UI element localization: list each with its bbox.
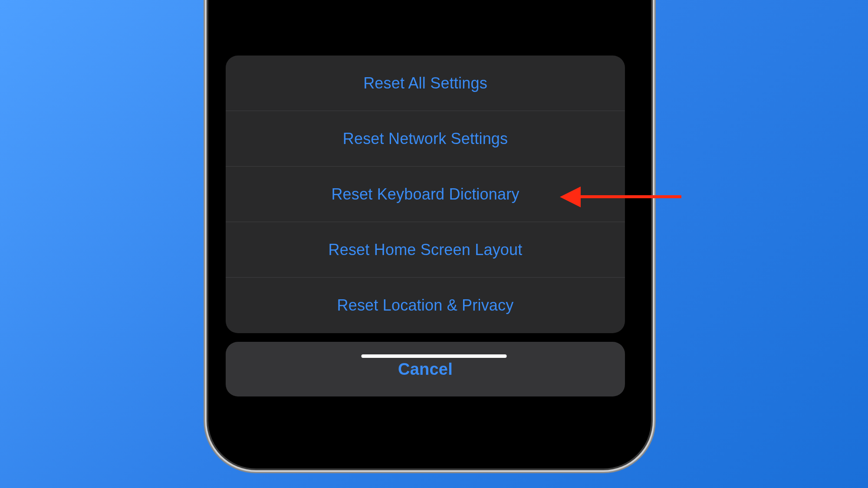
action-sheet-options-group: Reset All Settings Reset Network Setting… — [226, 56, 625, 333]
reset-network-settings-button[interactable]: Reset Network Settings — [226, 111, 625, 167]
option-label: Reset Location & Privacy — [337, 296, 514, 314]
reset-keyboard-dictionary-button[interactable]: Reset Keyboard Dictionary — [226, 167, 625, 222]
home-indicator[interactable] — [362, 354, 507, 358]
option-label: Reset Home Screen Layout — [328, 241, 522, 259]
cancel-button[interactable]: Cancel — [226, 342, 625, 396]
option-label: Reset Network Settings — [343, 130, 508, 148]
reset-location-privacy-button[interactable]: Reset Location & Privacy — [226, 278, 625, 333]
reset-all-settings-button[interactable]: Reset All Settings — [226, 56, 625, 111]
reset-action-sheet: Reset All Settings Reset Network Setting… — [226, 56, 625, 396]
option-label: Reset Keyboard Dictionary — [331, 185, 519, 203]
option-label: Reset All Settings — [363, 74, 487, 92]
cancel-label: Cancel — [398, 360, 453, 379]
reset-home-screen-layout-button[interactable]: Reset Home Screen Layout — [226, 222, 625, 278]
